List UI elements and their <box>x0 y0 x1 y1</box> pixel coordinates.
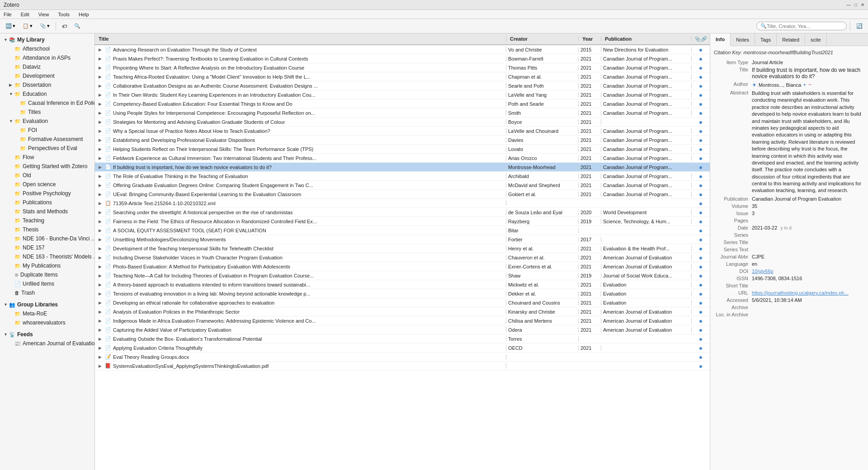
new-note-button[interactable]: 📋 ▾ <box>20 21 35 31</box>
tag-button[interactable]: 🏷 <box>59 22 70 31</box>
col-header-creator[interactable]: Creator <box>506 36 579 42</box>
sidebar-item-titles[interactable]: 📁 Titles <box>0 108 94 117</box>
language-value[interactable]: en <box>750 260 864 268</box>
menu-view[interactable]: View <box>37 11 51 18</box>
table-row[interactable]: ▶ 📄 Strategies for Mentoring and Advisin… <box>95 118 710 127</box>
sidebar-item-flow[interactable]: 📁 Flow <box>0 153 94 162</box>
table-row[interactable]: ▶ 📄 Tensions of evaluating innovation in… <box>95 289 710 298</box>
series-title-value[interactable] <box>750 239 864 246</box>
sidebar-item-evaluation[interactable]: ▼ 📁 Evaluation <box>0 117 94 126</box>
minimize-button[interactable]: — <box>846 2 851 7</box>
sidebar-item-unfiled[interactable]: 📄 Unfiled Items <box>0 279 94 288</box>
sidebar-item-nde163[interactable]: 📁 NDE 163 - Theorists' Models ... <box>0 252 94 261</box>
table-row[interactable]: ▶ 📄 Helping Students Reflect on Their In… <box>95 145 710 154</box>
sidebar-item-publications[interactable]: 📁 Publications <box>0 198 94 207</box>
search-box[interactable]: 🔍 <box>756 22 847 30</box>
sidebar-item-formative[interactable]: 📁 Formative Assessment <box>0 135 94 144</box>
sidebar-item-perspectives[interactable]: 📁 Perspectives of Eval <box>0 144 94 153</box>
table-row[interactable]: ▶ 📄 Teaching Africa-Rooted Evaluation: U… <box>95 72 710 81</box>
sidebar-item-dataviz[interactable]: 📁 Dataviz <box>0 62 94 71</box>
sidebar-item-afterschool[interactable]: 📁 Afterschool <box>0 44 94 53</box>
menu-tools[interactable]: Tools <box>56 11 71 18</box>
sidebar-item-aje[interactable]: 📰 American Journal of Evaluation <box>0 339 94 348</box>
sidebar-item-open-science[interactable]: 📁 Open science <box>0 180 94 189</box>
table-row[interactable]: ▶ 📄 Using People Styles for Interpersona… <box>95 108 710 118</box>
pages-value[interactable] <box>750 217 864 224</box>
sidebar-feeds[interactable]: ▼ 📡 Feeds <box>0 330 94 339</box>
search-button[interactable]: 🔍 <box>71 21 83 31</box>
publication-value[interactable]: Canadian Journal of Program Evaluation <box>750 195 864 202</box>
sidebar-item-positive-psychology[interactable]: 📁 Positive Psychology <box>0 189 94 198</box>
sidebar-item-dissertation[interactable]: ▶ 📁 Dissertation <box>0 80 94 89</box>
sidebar-item-education[interactable]: ▼ 📁 Education <box>0 89 94 99</box>
table-row[interactable]: ▶ 📄 Development of the Teaching Interper… <box>95 244 710 253</box>
table-row[interactable]: ▶ 📄 A SOCIAL EQUITY ASSESSMENT TOOL (SEA… <box>95 226 710 235</box>
table-row[interactable]: ▶ 📄 A theory-based approach to evaluatio… <box>95 280 710 289</box>
menu-help[interactable]: Help <box>77 11 91 18</box>
sidebar-item-nde106[interactable]: 📁 NDE 106 - Bunche-Da Vinci ... <box>0 234 94 243</box>
sidebar-my-library[interactable]: ▼ 📚 My Library <box>0 35 94 44</box>
series-text-value[interactable] <box>750 246 864 253</box>
menu-file[interactable]: File <box>2 11 14 18</box>
sidebar-item-meta-roe[interactable]: 📁 Meta-RoE <box>0 309 94 318</box>
sidebar-item-nde157[interactable]: 📁 NDE 157 <box>0 243 94 252</box>
table-row[interactable]: ▶ 📄 Why a Special Issue of Practice Note… <box>95 127 710 136</box>
table-row[interactable]: ▶ 📄 Including Diverse Stakeholder Voices… <box>95 253 710 262</box>
new-item-button[interactable]: 🆕 ▾ <box>3 21 18 31</box>
volume-value[interactable]: 35 <box>750 202 864 210</box>
doi-value[interactable]: 10/gjv66p <box>750 268 864 275</box>
search-input[interactable] <box>767 24 839 29</box>
tab-related[interactable]: Related <box>777 33 805 46</box>
table-row[interactable]: ▶ 📄 Establishing and Developing Professi… <box>95 136 710 145</box>
sidebar-item-getting-started[interactable]: 📁 Getting Started with Zotero <box>0 162 94 171</box>
col-header-pub[interactable]: Publication <box>601 36 692 42</box>
issue-value[interactable]: 3 <box>750 210 864 217</box>
table-row[interactable]: ▶ 📕 SystemsEvaluationSysEval_ApplyingSys… <box>95 362 710 371</box>
loc-in-archive-value[interactable] <box>750 311 864 318</box>
sidebar-item-whoareevaluators[interactable]: 📁 whoareevaluators <box>0 318 94 327</box>
col-header-title[interactable]: Title <box>95 36 506 42</box>
author-remove-button[interactable]: − <box>808 81 812 88</box>
col-header-year[interactable]: Year <box>579 36 601 42</box>
attach-button[interactable]: 📎 ▾ <box>37 21 52 31</box>
sidebar-item-causal-inference[interactable]: 📁 Causal Inference in Ed Polic... <box>0 99 94 108</box>
table-row[interactable]: ▶ 📄 Competency-Based Evaluation Educatio… <box>95 99 710 108</box>
sidebar-item-teaching[interactable]: 📁 Teaching <box>0 216 94 225</box>
tab-notes[interactable]: Notes <box>731 33 755 46</box>
table-row[interactable]: ▶ 📄 Unsettling Methodologies/Decolonizin… <box>95 235 710 244</box>
table-row[interactable]: ▶ 📄 Teaching Note—A Call for Including T… <box>95 271 710 280</box>
table-row[interactable]: ▶ 📄 Praxis Makes Perfect?: Traversing Te… <box>95 54 710 63</box>
window-controls[interactable]: — □ ✕ <box>846 2 864 7</box>
table-row[interactable]: ▶ 📋 71359-Article Text-215264-1-10-20210… <box>95 199 710 208</box>
table-row[interactable]: ▶ 📄 Applying Evaluation Criteria Thought… <box>95 343 710 352</box>
table-row[interactable]: ▶ 📄 If building trust is important, how … <box>95 163 710 172</box>
issn-value[interactable]: 1496-7308, 0834-1516 <box>750 275 864 282</box>
series-value[interactable] <box>750 231 864 239</box>
table-row[interactable]: ▶ 📄 Capturing the Added Value of Partici… <box>95 325 710 334</box>
tab-scite[interactable]: scite <box>805 33 827 46</box>
table-row[interactable]: ▶ 📄 In Their Own Words: Student Key Lear… <box>95 90 710 99</box>
close-button[interactable]: ✕ <box>861 2 864 7</box>
title-value[interactable]: If building trust is important, how do w… <box>750 66 864 80</box>
sidebar-item-foi[interactable]: 📁 FOI <box>0 126 94 135</box>
table-row[interactable]: ▶ 📄 Fieldwork Experience as Cultural Imm… <box>95 154 710 163</box>
maximize-button[interactable]: □ <box>854 2 857 7</box>
table-row[interactable]: ▶ 📄 Collaborative Evaluation Designs as … <box>95 81 710 90</box>
table-row[interactable]: ▶ 📄 Developing an ethical rationale for … <box>95 298 710 307</box>
sidebar-item-thesis[interactable]: 📁 Thesis <box>0 225 94 234</box>
tab-info[interactable]: Info <box>710 33 731 46</box>
table-row[interactable]: ▶ 📄 Photo-Based Evaluation: A Method for… <box>95 262 710 271</box>
sidebar-item-my-publications[interactable]: 📁 My Publications <box>0 261 94 270</box>
url-value[interactable]: https://journalhosting.ucalgary.ca/index… <box>750 289 864 296</box>
sidebar-item-duplicate-items[interactable]: ⊕ Duplicate Items <box>0 270 94 279</box>
sidebar-item-development[interactable]: 📁 Development <box>0 71 94 80</box>
table-row[interactable]: ▶ 📄 The Role of Evaluative Thinking in t… <box>95 172 710 181</box>
table-row[interactable]: ▶ 📄 Searching under the streetlight: A h… <box>95 208 710 217</box>
journal-abbr-value[interactable]: CJPE <box>750 253 864 260</box>
table-row[interactable]: ▶ 📄 Pinpointing Where to Start: A Reflec… <box>95 63 710 72</box>
sidebar-item-old[interactable]: 📁 Old <box>0 171 94 180</box>
sync-button[interactable]: 🔄 <box>854 21 865 31</box>
archive-value[interactable] <box>750 304 864 311</box>
author-expand-arrow[interactable]: ▼ <box>752 82 757 88</box>
sidebar-group-libraries[interactable]: ▼ 👥 Group Libraries <box>0 300 94 309</box>
